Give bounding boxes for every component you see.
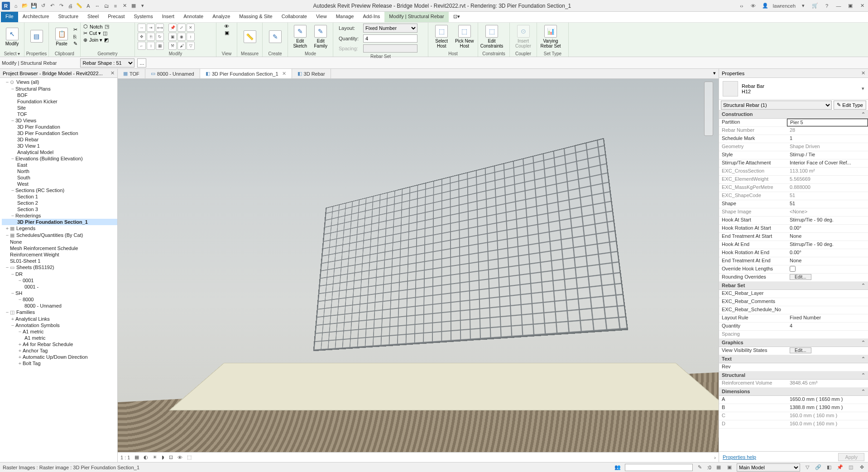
tab-systems[interactable]: Systems <box>129 12 157 22</box>
tree-item[interactable]: Section 3 <box>2 206 117 212</box>
workset-select[interactable]: Main Model <box>737 463 800 472</box>
tree-item[interactable]: 3D Pier Foundation Section <box>2 130 117 136</box>
tab-structure[interactable]: Structure <box>53 12 83 22</box>
tree-item[interactable]: Section 1 <box>2 193 117 200</box>
select-pinned-icon[interactable]: 📌 <box>836 464 844 471</box>
panel-select-label[interactable]: Select ▾ <box>0 51 24 57</box>
scale-icon[interactable]: ⤢ <box>177 24 186 32</box>
view-iso-icon[interactable]: ▣ <box>225 30 229 36</box>
design-options-icon[interactable]: ▦ <box>715 464 722 471</box>
view-tab[interactable]: ◧3D Rebar <box>292 69 331 78</box>
group-rebarset[interactable]: Rebar Set⌃ <box>719 282 868 290</box>
type-selector[interactable]: Rebar BarH12 ▾ <box>719 78 868 100</box>
tab-precast[interactable]: Precast <box>103 12 129 22</box>
edit-constraints-button[interactable]: ⬚Edit Constraints <box>481 24 503 50</box>
undo-icon[interactable]: ↶ <box>48 2 56 10</box>
type-dropdown-icon[interactable]: ▾ <box>862 86 864 92</box>
instance-filter[interactable]: Structural Rebar (1) <box>721 101 832 110</box>
scale-display[interactable]: 1 : 1 <box>120 455 130 460</box>
rounding-edit-button[interactable]: Edit... <box>790 274 811 280</box>
tree-item[interactable]: 0001 - <box>2 284 117 290</box>
match-icon[interactable]: ✎ <box>73 41 77 47</box>
sun-icon[interactable]: ☀ <box>153 454 157 460</box>
prop-partition[interactable]: PartitionPier 5 <box>719 119 868 127</box>
tab-manage[interactable]: Manage <box>331 12 359 22</box>
cope-icon[interactable]: ◳ <box>105 24 109 29</box>
properties-close-icon[interactable]: ✕ <box>861 70 865 76</box>
close-icon[interactable]: ✕ <box>858 2 866 10</box>
main-model-icon[interactable]: ▣ <box>726 464 733 471</box>
text-icon[interactable]: A <box>84 2 92 10</box>
shadows-icon[interactable]: ◗ <box>162 454 164 460</box>
tab-annotate[interactable]: Annotate <box>179 12 208 22</box>
tree-item[interactable]: BOF <box>2 92 117 98</box>
move-icon[interactable]: ✥ <box>138 33 146 41</box>
mirror-icon[interactable]: ⟷ <box>156 24 164 32</box>
paint-icon[interactable]: 🖌 <box>177 42 186 50</box>
paste-button[interactable]: 📋Paste <box>52 24 72 50</box>
close-views-icon[interactable]: ✕ <box>120 2 129 10</box>
tree-item[interactable]: TOF <box>2 111 117 117</box>
tab-steel[interactable]: Steel <box>83 12 103 22</box>
print-icon[interactable]: 🖨 <box>66 2 74 10</box>
cart-icon[interactable]: 🛒 <box>811 2 819 10</box>
view-hide-icon[interactable]: 👁 <box>224 24 229 29</box>
edit-family-button[interactable]: ✎Edit Family <box>312 24 331 50</box>
split-icon[interactable]: ⟊ <box>147 42 155 50</box>
properties-header[interactable]: Properties ✕ <box>719 69 868 78</box>
override-hook-checkbox[interactable] <box>790 266 796 272</box>
group-icon[interactable]: ▣ <box>168 33 177 41</box>
select-link-icon[interactable]: 🔗 <box>815 464 822 471</box>
rebar-shape-browse[interactable]: … <box>137 58 146 67</box>
tree-item[interactable]: South <box>2 174 117 181</box>
home-icon[interactable]: ⌂ <box>12 2 20 10</box>
help-icon[interactable]: ? <box>823 2 831 10</box>
group-dimensions[interactable]: Dimensions⌃ <box>719 388 868 396</box>
tree-item[interactable]: Mesh Reinforcement Schedule <box>2 245 117 251</box>
measure-icon[interactable]: 📏 <box>75 2 83 10</box>
edit-sketch-button[interactable]: ✎Edit Sketch <box>291 24 310 50</box>
user-name[interactable]: lawrenceh <box>773 3 796 9</box>
dropdown-icon[interactable]: ▾ <box>139 2 147 10</box>
varying-button[interactable]: 📊Varying Rebar Set <box>540 24 561 50</box>
layout-select[interactable]: Fixed Number <box>363 24 417 33</box>
join2-icon[interactable]: ◩ <box>104 37 109 43</box>
quantity-input[interactable] <box>363 34 417 43</box>
switch-icon[interactable]: ▦ <box>129 2 138 10</box>
dim-icon[interactable]: ↔ <box>93 2 101 10</box>
tab-insert[interactable]: Insert <box>158 12 179 22</box>
join-icon[interactable]: ⊕ <box>83 37 87 43</box>
notch-label[interactable]: Notch <box>90 24 103 29</box>
cut2-icon[interactable]: ◫ <box>103 30 107 36</box>
redo-icon[interactable]: ↷ <box>57 2 65 10</box>
tree-item[interactable]: 3D Rebar <box>2 136 117 143</box>
tab-collaborate[interactable]: Collaborate <box>277 12 312 22</box>
user-icon[interactable]: 👤 <box>761 2 769 10</box>
tree-item[interactable]: 3D View 1 <box>2 143 117 149</box>
workset-icon[interactable]: 👥 <box>614 464 621 471</box>
tree-item[interactable]: Section 2 <box>2 200 117 206</box>
cut-geom-icon[interactable]: ✂ <box>83 30 87 36</box>
filter-icon[interactable]: ▽ <box>804 464 811 471</box>
tree-item-selected[interactable]: 3D Pier Foundation Section_1 <box>2 219 117 225</box>
copy2-icon[interactable]: ⎘ <box>147 33 155 41</box>
tab-extra-icon[interactable]: ⊡▾ <box>449 12 465 22</box>
unpin-icon[interactable]: ◉ <box>177 33 186 41</box>
open-icon[interactable]: 📂 <box>21 2 29 10</box>
properties-help-link[interactable]: Properties help <box>723 454 756 460</box>
tree-item[interactable]: East <box>2 162 117 168</box>
tree-item[interactable]: A1 metric <box>2 335 117 341</box>
tree-item[interactable]: North <box>2 168 117 174</box>
tab-analyze[interactable]: Analyze <box>208 12 235 22</box>
crop-icon[interactable]: ⊡ <box>169 454 173 460</box>
cut-label[interactable]: Cut ▾ <box>89 30 101 36</box>
tab-modify-rebar[interactable]: Modify | Structural Rebar <box>384 12 448 22</box>
info-icon[interactable]: 👁 <box>749 2 758 10</box>
delete-icon[interactable]: ✕ <box>187 24 195 32</box>
tree-item[interactable]: 3D Pier Foundation <box>2 124 117 130</box>
canvas-viewport[interactable] <box>118 79 719 452</box>
join-label[interactable]: Join ▾ <box>89 37 102 43</box>
tab-file[interactable]: File <box>1 12 18 22</box>
demo-icon[interactable]: ⚒ <box>168 42 177 50</box>
cut-icon[interactable]: ✂ <box>73 27 77 33</box>
